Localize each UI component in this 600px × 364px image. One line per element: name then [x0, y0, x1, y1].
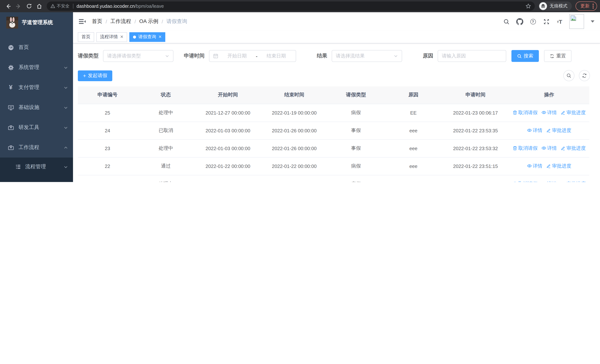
- app-logo[interactable]: 芋道管理系统: [0, 12, 73, 33]
- toggle-search-button[interactable]: [563, 70, 574, 81]
- col-end: 结束时间: [261, 86, 327, 104]
- briefcase-icon: [7, 144, 14, 151]
- user-menu-caret-icon[interactable]: [591, 20, 594, 23]
- fullscreen-icon[interactable]: [543, 18, 550, 25]
- font-size-icon[interactable]: тT: [556, 18, 563, 25]
- incognito-icon: [539, 2, 547, 10]
- sidebar-item-task-mgmt[interactable]: 任务管理: [0, 176, 73, 182]
- close-icon[interactable]: ✕: [158, 35, 162, 39]
- cell-status: 处理中: [137, 104, 195, 121]
- cell-id: 25: [78, 104, 137, 121]
- progress-link[interactable]: 审批进度: [561, 145, 586, 152]
- cancel-leave-link[interactable]: 取消请假: [512, 109, 538, 116]
- cell-end: 2022-01-22 00:00:00: [261, 157, 327, 175]
- detail-link[interactable]: 详情: [527, 163, 542, 169]
- tab-home[interactable]: 首页: [78, 32, 94, 42]
- sidebar-collapse-icon[interactable]: [79, 18, 86, 25]
- yen-icon: ¥: [7, 84, 14, 91]
- apply-time-range-picker[interactable]: 开始日期 - 结束日期: [209, 50, 296, 62]
- bookmark-star-icon[interactable]: [525, 3, 531, 9]
- calendar-icon: [213, 53, 218, 59]
- cell-status: 处理中: [137, 175, 195, 182]
- edit-icon: [546, 128, 551, 133]
- create-leave-button[interactable]: + 发起请假: [78, 70, 112, 81]
- breadcrumb-home[interactable]: 首页: [92, 18, 102, 25]
- sidebar-item-infrastructure[interactable]: 基础设施: [0, 97, 73, 118]
- start-date-placeholder: 开始日期: [221, 53, 253, 59]
- sidebar-item-process-mgmt[interactable]: 流程管理: [0, 158, 73, 176]
- col-id: 申请编号: [78, 86, 137, 104]
- broken-image-icon: [570, 15, 576, 21]
- progress-link[interactable]: 审批进度: [546, 163, 571, 169]
- result-select[interactable]: 请选择流结果: [332, 50, 402, 62]
- detail-link[interactable]: 详情: [527, 127, 542, 134]
- browser-menu-icon[interactable]: [593, 4, 594, 9]
- apply-time-label: 申请时间: [184, 53, 205, 59]
- sidebar-item-workflow[interactable]: 工作流程: [0, 138, 73, 158]
- page-content: 请假类型 请选择请假类型 申请时间 开始日期 - 结束日期: [73, 43, 600, 182]
- incognito-badge: 无痕模式: [538, 1, 572, 11]
- github-icon[interactable]: [516, 18, 523, 25]
- cell-id: 23: [78, 139, 137, 157]
- breadcrumb-oa-example[interactable]: OA 示例: [139, 18, 159, 25]
- detail-link[interactable]: 详情: [541, 109, 557, 116]
- sidebar-item-home[interactable]: 首页: [0, 37, 73, 57]
- chevron-down-icon: [394, 54, 398, 58]
- avatar[interactable]: [569, 14, 584, 29]
- tab-process-detail[interactable]: 流程详情✕: [96, 32, 127, 42]
- cell-start: 2022-01-03 00:00:00: [195, 139, 261, 157]
- cell-start: 2022-01-22 00:00:00: [195, 175, 261, 182]
- back-icon[interactable]: [3, 1, 13, 11]
- table-row: 21处理中2022-01-22 00:00:002022-01-23 00:00…: [78, 175, 589, 182]
- cancel-leave-link[interactable]: 取消请假: [512, 145, 538, 152]
- reset-button[interactable]: 重置: [544, 50, 572, 62]
- chevron-down-icon: [64, 165, 68, 169]
- leave-type-select[interactable]: 请选择请假类型: [103, 50, 173, 62]
- table-toolbar: + 发起请假: [78, 70, 594, 81]
- update-button[interactable]: 更新: [576, 1, 597, 11]
- close-icon[interactable]: ✕: [120, 35, 123, 39]
- leave-type-label: 请假类型: [78, 53, 99, 59]
- view-icon: [527, 164, 532, 168]
- search-button[interactable]: 搜索: [511, 50, 539, 62]
- app-title: 芋道管理系统: [22, 19, 53, 26]
- monitor-icon: [7, 104, 14, 111]
- delete-icon: [512, 146, 517, 151]
- breadcrumb-workflow[interactable]: 工作流程: [111, 18, 131, 25]
- progress-link[interactable]: 审批进度: [561, 109, 586, 116]
- edit-icon: [561, 181, 565, 182]
- tree-list-icon: [15, 164, 21, 170]
- reload-icon[interactable]: [24, 1, 34, 11]
- reason-input[interactable]: 请输入原因: [438, 50, 506, 62]
- cell-status: 已取消: [137, 121, 195, 139]
- progress-link[interactable]: 审批进度: [546, 127, 571, 134]
- help-icon[interactable]: ?: [529, 18, 537, 25]
- tab-leave-query[interactable]: 请假查询✕: [129, 32, 165, 42]
- sidebar-item-system[interactable]: 系统管理: [0, 57, 73, 77]
- view-icon: [541, 181, 546, 182]
- detail-link[interactable]: 详情: [541, 145, 557, 152]
- refresh-button[interactable]: [579, 70, 590, 81]
- url-bar[interactable]: 不安全 dashboard.yudao.iocoder.cn/bpm/oa/le…: [47, 1, 535, 11]
- forward-icon[interactable]: [13, 1, 24, 11]
- home-icon[interactable]: [34, 1, 45, 11]
- tags-view-bar: 首页 流程详情✕ 请假查询✕: [73, 31, 600, 43]
- breadcrumb: 首页 / 工作流程 / OA 示例 / 请假查询: [92, 18, 187, 25]
- detail-link[interactable]: 详情: [541, 180, 557, 182]
- cell-reason: eee: [385, 121, 442, 139]
- progress-link[interactable]: 审批进度: [561, 180, 586, 182]
- gear-icon: [7, 64, 14, 71]
- cell-type: 事假: [327, 121, 385, 139]
- cell-applied: 2022-01-22 23:49:46: [442, 175, 509, 182]
- cancel-leave-link[interactable]: 取消请假: [512, 180, 538, 182]
- cell-end: 2022-01-19 00:00:00: [261, 104, 327, 121]
- search-icon[interactable]: [503, 18, 510, 25]
- security-warning[interactable]: 不安全: [50, 3, 69, 9]
- sidebar-item-devtools[interactable]: 研发工具: [0, 118, 73, 138]
- edit-icon: [561, 146, 565, 151]
- sidebar-item-payment[interactable]: ¥ 支付管理: [0, 77, 73, 97]
- url-text[interactable]: dashboard.yudao.iocoder.cn/bpm/oa/leave: [76, 3, 525, 9]
- cell-applied: 2022-01-22 23:51:15: [442, 157, 509, 175]
- refresh-icon: [582, 73, 587, 78]
- cell-start: 2022-01-03 00:00:00: [195, 121, 261, 139]
